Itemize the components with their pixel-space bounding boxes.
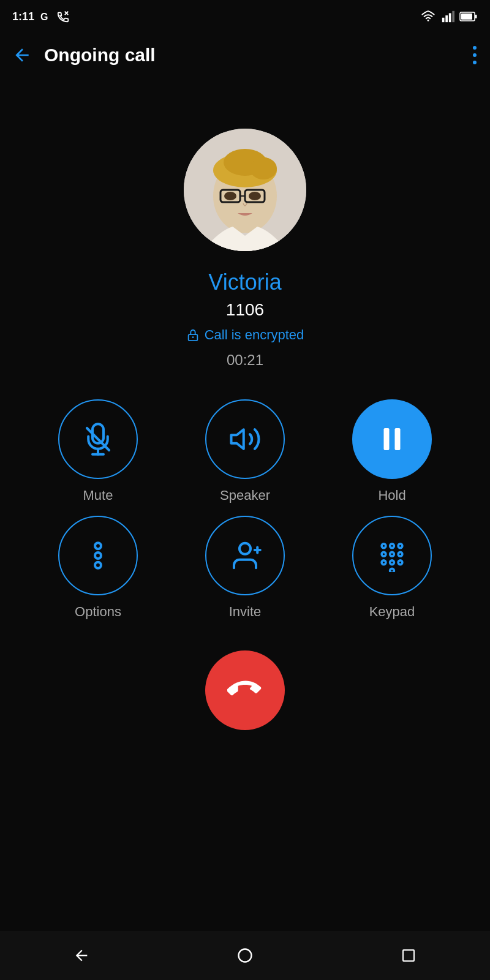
nav-bar [0, 931, 490, 980]
svg-point-33 [95, 543, 101, 549]
svg-point-36 [239, 543, 251, 554]
svg-point-47 [398, 560, 402, 565]
encrypted-label: Call is encrypted [186, 327, 304, 343]
options-label: Options [75, 604, 121, 620]
svg-rect-7 [452, 11, 454, 22]
contact-avatar [184, 129, 306, 251]
call-timer: 00:21 [227, 352, 263, 369]
g-icon: G [39, 10, 53, 23]
svg-marker-30 [232, 429, 244, 449]
controls-grid: Mute Speaker Hold [37, 399, 453, 620]
lock-icon [186, 328, 200, 342]
header: Ongoing call [0, 31, 490, 80]
keypad-button[interactable] [352, 516, 432, 595]
svg-text:G: G [40, 12, 48, 22]
contact-number: 1106 [226, 300, 264, 320]
speaker-control[interactable]: Speaker [184, 399, 306, 503]
svg-point-40 [390, 544, 394, 548]
svg-point-46 [390, 560, 394, 565]
svg-line-29 [87, 428, 109, 450]
svg-rect-5 [445, 15, 448, 22]
svg-rect-31 [384, 428, 390, 450]
call-active-icon [56, 10, 70, 23]
more-menu-button[interactable] [472, 44, 478, 66]
options-icon [81, 539, 115, 572]
keypad-icon [375, 539, 409, 572]
hold-icon [375, 423, 409, 456]
svg-point-39 [382, 544, 386, 548]
invite-control[interactable]: Invite [184, 516, 306, 620]
back-button[interactable] [12, 45, 32, 65]
svg-point-13 [473, 61, 477, 64]
status-icons: G [39, 10, 70, 23]
invite-label: Invite [229, 604, 262, 620]
mute-label: Mute [83, 488, 113, 503]
encrypted-text: Call is encrypted [205, 327, 304, 343]
svg-point-11 [473, 46, 477, 50]
svg-point-43 [390, 552, 394, 556]
contact-name: Victoria [208, 270, 281, 295]
end-call-icon [227, 673, 263, 708]
mute-icon [81, 423, 115, 456]
end-call-button[interactable] [205, 650, 285, 730]
svg-point-26 [192, 336, 194, 338]
status-bar: 1:11 G [0, 0, 490, 31]
page-title: Ongoing call [44, 45, 156, 66]
status-time: 1:11 [12, 10, 34, 23]
keypad-label: Keypad [369, 604, 415, 620]
svg-point-48 [390, 568, 394, 572]
mute-control[interactable]: Mute [37, 399, 159, 503]
nav-back-button[interactable] [63, 937, 100, 974]
header-left: Ongoing call [12, 45, 156, 66]
battery-icon [459, 11, 478, 22]
main-content: Victoria 1106 Call is encrypted 00:21 M [0, 80, 490, 748]
invite-button[interactable] [205, 516, 285, 595]
svg-point-41 [398, 544, 402, 548]
hold-label: Hold [378, 488, 405, 503]
svg-rect-4 [442, 18, 445, 22]
svg-point-45 [382, 560, 386, 565]
signal-icon [441, 10, 454, 23]
svg-point-35 [95, 562, 101, 568]
speaker-button[interactable] [205, 399, 285, 479]
svg-point-25 [249, 192, 261, 200]
hold-control[interactable]: Hold [331, 399, 453, 503]
svg-point-20 [250, 157, 277, 179]
svg-rect-10 [461, 13, 472, 20]
svg-point-42 [382, 552, 386, 556]
invite-icon [228, 539, 262, 572]
svg-point-3 [428, 20, 429, 21]
mute-button[interactable] [58, 399, 138, 479]
svg-rect-9 [475, 15, 477, 18]
end-call-container [205, 650, 285, 730]
speaker-label: Speaker [220, 488, 270, 503]
svg-point-49 [238, 949, 251, 962]
svg-rect-6 [449, 13, 451, 23]
svg-rect-50 [403, 950, 414, 961]
speaker-icon [228, 423, 262, 456]
keypad-control[interactable]: Keypad [331, 516, 453, 620]
status-right-icons [420, 10, 478, 23]
svg-point-12 [473, 53, 477, 57]
svg-rect-32 [395, 428, 401, 450]
svg-point-24 [224, 192, 236, 200]
options-control[interactable]: Options [37, 516, 159, 620]
nav-recent-button[interactable] [390, 937, 427, 974]
svg-point-34 [95, 552, 101, 559]
options-button[interactable] [58, 516, 138, 595]
hold-button[interactable] [352, 399, 432, 479]
svg-point-44 [398, 552, 402, 556]
wifi-icon [420, 10, 436, 23]
nav-home-button[interactable] [227, 937, 263, 974]
